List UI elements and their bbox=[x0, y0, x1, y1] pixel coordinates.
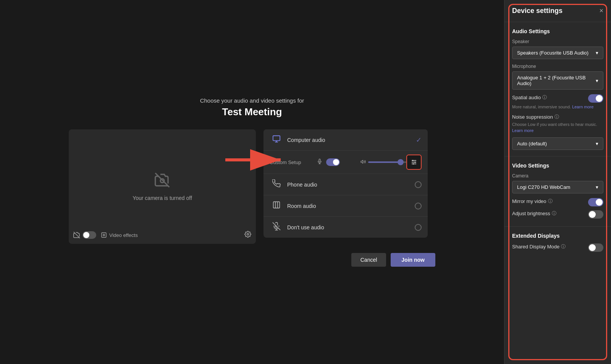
camera-value: Logi C270 HD WebCam bbox=[517, 184, 596, 190]
audio-settings-section: Audio Settings Speaker Speakers (Focusri… bbox=[504, 22, 611, 156]
volume-slider-thumb bbox=[398, 159, 404, 165]
meeting-title: Test Meeting bbox=[200, 106, 304, 118]
video-effects-label: Video effects bbox=[109, 232, 138, 238]
settings-panel-title: Device settings bbox=[512, 7, 563, 15]
no-audio-icon bbox=[270, 222, 283, 232]
no-audio-radio bbox=[415, 224, 422, 231]
phone-audio-radio bbox=[415, 181, 422, 188]
video-settings-title: Video Settings bbox=[512, 163, 603, 169]
audio-panel-wrapper: Computer audio ✓ Custom Setup bbox=[263, 129, 428, 244]
video-settings-section: Video Settings Camera Logi C270 HD WebCa… bbox=[504, 156, 611, 227]
room-audio-option[interactable]: Room audio bbox=[263, 195, 428, 217]
spatial-audio-row: Spatial audio ⓘ bbox=[512, 94, 603, 103]
svg-line-2 bbox=[74, 232, 80, 238]
svg-point-17 bbox=[415, 162, 416, 163]
mic-toggle-area bbox=[317, 158, 360, 166]
spatial-audio-label: Spatial audio ⓘ bbox=[512, 94, 547, 101]
svg-rect-3 bbox=[102, 233, 106, 237]
mirror-video-info-icon[interactable]: ⓘ bbox=[548, 198, 553, 205]
camera-controls: Video effects bbox=[73, 231, 251, 239]
mic-toggle[interactable] bbox=[326, 158, 340, 166]
camera-select[interactable]: Logi C270 HD WebCam ▾ bbox=[512, 181, 603, 193]
join-now-button[interactable]: Join now bbox=[391, 253, 435, 267]
phone-audio-label: Phone audio bbox=[287, 182, 415, 188]
adjust-brightness-label: Adjust brightness ⓘ bbox=[512, 210, 556, 217]
noise-suppression-subtext: Choose Low if you want others to hear mu… bbox=[512, 122, 603, 134]
shared-display-toggle[interactable] bbox=[588, 243, 603, 252]
device-settings-panel: Device settings × Audio Settings Speaker… bbox=[504, 0, 611, 364]
settings-panel-header: Device settings × bbox=[504, 0, 611, 22]
mirror-video-toggle[interactable] bbox=[588, 198, 603, 206]
camera-toggle-switch[interactable] bbox=[82, 231, 96, 239]
speaker-value: Speakers (Focusrite USB Audio) bbox=[517, 50, 596, 56]
main-area: Choose your audio and video settings for… bbox=[0, 0, 504, 364]
no-audio-option[interactable]: Don't use audio bbox=[263, 217, 428, 238]
room-audio-icon bbox=[270, 201, 283, 211]
volume-slider[interactable] bbox=[368, 161, 406, 163]
shared-display-info-icon[interactable]: ⓘ bbox=[561, 243, 566, 250]
shared-display-label: Shared Display Mode ⓘ bbox=[512, 243, 566, 250]
svg-point-18 bbox=[413, 163, 414, 164]
camera-settings-button[interactable] bbox=[244, 231, 251, 239]
audio-settings-title: Audio Settings bbox=[512, 28, 603, 34]
spatial-audio-toggle[interactable] bbox=[588, 94, 603, 103]
spatial-audio-subtext: More natural, immersive sound. Learn mor… bbox=[512, 104, 603, 110]
extended-displays-title: Extended Displays bbox=[512, 233, 603, 239]
microphone-value: Analogue 1 + 2 (Focusrite USB Audio) bbox=[517, 75, 596, 86]
adjust-brightness-toggle[interactable] bbox=[588, 210, 603, 219]
computer-audio-check: ✓ bbox=[416, 136, 422, 144]
meeting-subtitle: Choose your audio and video settings for bbox=[200, 97, 304, 104]
noise-suppression-value: Auto (default) bbox=[517, 141, 547, 147]
noise-suppression-chevron-icon: ▾ bbox=[596, 141, 598, 147]
svg-line-0 bbox=[155, 173, 170, 187]
svg-point-5 bbox=[247, 234, 249, 235]
computer-audio-icon bbox=[270, 135, 283, 145]
room-audio-radio bbox=[415, 203, 422, 209]
no-audio-label: Don't use audio bbox=[287, 224, 415, 230]
custom-setup-button[interactable] bbox=[406, 155, 422, 170]
spatial-audio-info-icon[interactable]: ⓘ bbox=[542, 94, 547, 101]
action-buttons: Cancel Join now bbox=[69, 253, 435, 267]
mirror-video-label: Mirror my video ⓘ bbox=[512, 198, 553, 205]
noise-suppression-info-icon[interactable]: ⓘ bbox=[554, 114, 559, 120]
speaker-label: Speaker bbox=[512, 39, 603, 44]
meeting-title-area: Choose your audio and video settings for… bbox=[200, 97, 304, 118]
phone-audio-icon bbox=[270, 179, 283, 190]
speaker-small-icon bbox=[360, 159, 366, 166]
video-effects-button[interactable]: Video effects bbox=[101, 232, 138, 238]
svg-point-4 bbox=[103, 234, 105, 236]
room-audio-label: Room audio bbox=[287, 203, 415, 209]
volume-area bbox=[360, 159, 406, 166]
cancel-button[interactable]: Cancel bbox=[351, 253, 386, 267]
microphone-select[interactable]: Analogue 1 + 2 (Focusrite USB Audio) ▾ bbox=[512, 71, 603, 90]
svg-point-16 bbox=[412, 160, 414, 161]
close-settings-button[interactable]: × bbox=[599, 7, 603, 15]
camera-toggle-button[interactable] bbox=[73, 231, 96, 239]
noise-suppression-learn-more[interactable]: Learn more bbox=[512, 128, 533, 133]
noise-suppression-select[interactable]: Auto (default) ▾ bbox=[512, 137, 603, 150]
speaker-chevron-icon: ▾ bbox=[596, 50, 598, 56]
microphone-chevron-icon: ▾ bbox=[596, 78, 598, 84]
custom-setup-label: Custom Setup bbox=[270, 159, 313, 165]
extended-displays-section: Extended Displays Shared Display Mode ⓘ bbox=[504, 227, 611, 259]
shared-display-row: Shared Display Mode ⓘ bbox=[512, 243, 603, 252]
computer-audio-option[interactable]: Computer audio ✓ bbox=[263, 129, 428, 151]
spatial-audio-learn-more[interactable]: Learn more bbox=[572, 105, 593, 109]
svg-rect-19 bbox=[273, 202, 280, 208]
adjust-brightness-info-icon[interactable]: ⓘ bbox=[552, 210, 556, 217]
camera-off-text: Your camera is turned off bbox=[133, 195, 192, 201]
camera-off-icon bbox=[155, 172, 170, 191]
camera-chevron-icon: ▾ bbox=[596, 184, 598, 190]
svg-marker-12 bbox=[361, 160, 363, 163]
phone-audio-option[interactable]: Phone audio bbox=[263, 174, 428, 195]
adjust-brightness-row: Adjust brightness ⓘ bbox=[512, 210, 603, 219]
camera-label: Camera bbox=[512, 173, 603, 179]
camera-preview: Your camera is turned off Video effects bbox=[69, 129, 256, 244]
custom-setup-row: Custom Setup bbox=[263, 151, 428, 174]
speaker-select[interactable]: Speakers (Focusrite USB Audio) ▾ bbox=[512, 47, 603, 59]
noise-suppression-row: Noise suppression ⓘ bbox=[512, 114, 603, 120]
noise-suppression-label: Noise suppression ⓘ bbox=[512, 114, 559, 120]
computer-audio-label: Computer audio bbox=[287, 137, 416, 143]
mic-icon bbox=[317, 159, 322, 166]
preview-row: Your camera is turned off Video effects bbox=[69, 129, 435, 244]
